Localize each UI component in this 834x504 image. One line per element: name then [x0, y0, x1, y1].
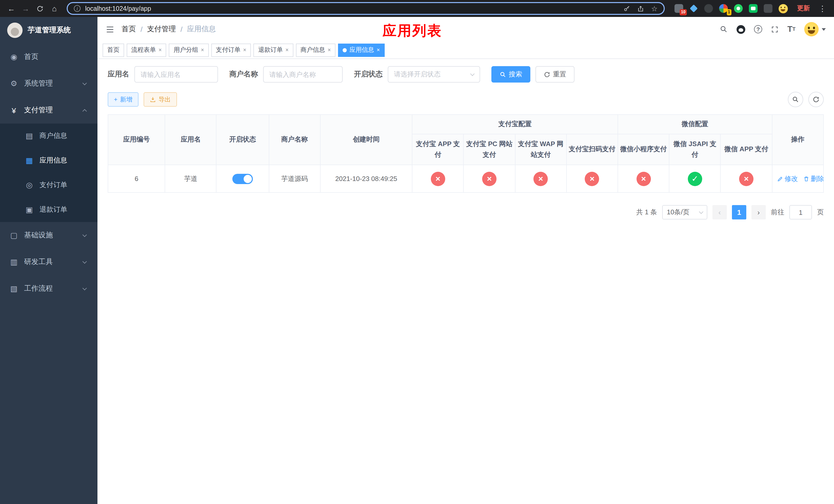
yen-icon: ¥ — [9, 106, 19, 115]
forward-button[interactable]: → — [20, 2, 32, 15]
sidebar-item-merchant-info[interactable]: ▤ 商户信息 — [0, 123, 97, 148]
breadcrumb-home[interactable]: 首页 — [122, 25, 136, 34]
sidebar-item-system[interactable]: ⚙ 系统管理 — [0, 70, 97, 97]
browser-window: ← → ⌂ i localhost:1024/pay/app ☆ 10 1 — [0, 0, 834, 504]
refresh-table-button[interactable] — [808, 92, 824, 107]
chevron-down-icon — [699, 209, 703, 214]
alipay-app-status-icon: × — [431, 171, 445, 186]
page-size-select[interactable]: 10条/页 — [662, 205, 707, 220]
collapse-sidebar-icon[interactable] — [106, 25, 114, 33]
extension-badge-alt: 1 — [727, 9, 731, 15]
group-alipay-config: 支付宝配置 — [412, 115, 618, 134]
dashboard-icon: ◉ — [9, 52, 19, 62]
header-actions: ? TT — [720, 22, 826, 37]
col-wechat-mini: 微信小程序支付 — [618, 134, 669, 165]
user-avatar[interactable] — [804, 22, 826, 37]
sidebar-item-pay-order[interactable]: ◎ 支付订单 — [0, 173, 97, 198]
goto-page-input[interactable] — [789, 205, 812, 220]
extension-chat-icon[interactable] — [748, 4, 758, 13]
password-key-icon[interactable] — [623, 5, 631, 12]
tab-pay-order[interactable]: 支付订单 × — [211, 43, 251, 56]
export-button[interactable]: 导出 — [144, 92, 177, 107]
app-name-label: 应用名 — [108, 70, 129, 79]
page-content: 应用名 商户名称 开启状态 请选择开启状态 — [97, 59, 834, 504]
status-label: 开启状态 — [354, 70, 382, 79]
avatar-emoji-icon — [804, 22, 819, 37]
page-number-button[interactable]: 1 — [732, 205, 746, 220]
sidebar-item-workflow[interactable]: ▧ 工作流程 — [0, 275, 97, 302]
tab-app-info[interactable]: 应用信息 × — [338, 43, 385, 56]
help-icon[interactable]: ? — [754, 25, 762, 33]
alipay-wap-status-icon: × — [533, 171, 548, 186]
sidebar-item-infrastructure[interactable]: ▢ 基础设施 — [0, 222, 97, 249]
site-info-icon[interactable]: i — [74, 5, 81, 12]
reload-button[interactable] — [34, 2, 46, 15]
close-icon[interactable]: × — [376, 47, 380, 53]
github-icon[interactable] — [737, 25, 745, 33]
prev-page-button[interactable]: ‹ — [712, 205, 727, 220]
tab-process-form[interactable]: 流程表单 × — [127, 43, 167, 56]
search-icon[interactable] — [720, 25, 728, 33]
reset-button[interactable]: 重置 — [535, 66, 574, 83]
app-name-input[interactable] — [134, 66, 218, 83]
col-wechat-jsapi: 微信 JSAPI 支付 — [669, 134, 720, 165]
tab-user-group[interactable]: 用户分组 × — [169, 43, 209, 56]
close-icon[interactable]: × — [243, 47, 246, 53]
wechat-app-status-icon: × — [739, 171, 753, 186]
close-icon[interactable]: × — [328, 47, 331, 53]
gear-icon: ⚙ — [9, 79, 19, 88]
home-button[interactable]: ⌂ — [48, 2, 61, 15]
status-toggle[interactable] — [232, 174, 253, 184]
sidebar-item-payment[interactable]: ¥ 支付管理 — [0, 97, 97, 123]
close-icon[interactable]: × — [285, 47, 289, 53]
extension-gem-icon[interactable] — [689, 4, 699, 13]
search-button[interactable]: 搜索 — [491, 66, 530, 83]
pagination: 共 1 条 10条/页 ‹ 1 › 前往 页 — [108, 205, 824, 220]
delete-link[interactable]: 删除 — [803, 174, 824, 183]
sidebar-item-devtools[interactable]: ▥ 研发工具 — [0, 249, 97, 275]
font-size-icon[interactable]: TT — [787, 25, 795, 33]
extension-colorful-icon[interactable]: 1 — [719, 4, 728, 13]
extension-icon[interactable]: 10 — [674, 4, 684, 13]
extension-green-circle-icon[interactable] — [733, 4, 743, 13]
fullscreen-icon[interactable] — [771, 25, 778, 33]
tab-merchant-info[interactable]: 商户信息 × — [296, 43, 336, 56]
tab-refund-order[interactable]: 退款订单 × — [254, 43, 293, 56]
toggle-search-button[interactable] — [788, 92, 803, 107]
extension-dark-icon[interactable] — [704, 4, 714, 13]
sidebar-item-home[interactable]: ◉ 首页 — [0, 44, 97, 70]
share-icon[interactable] — [637, 5, 644, 12]
group-wechat-config: 微信配置 — [618, 115, 772, 134]
sidebar-item-app-info[interactable]: ▦ 应用信息 — [0, 148, 97, 173]
total-count: 共 1 条 — [636, 208, 657, 217]
chevron-down-icon — [83, 286, 87, 290]
url-bar[interactable]: i localhost:1024/pay/app ☆ — [67, 2, 665, 15]
breadcrumb-payment[interactable]: 支付管理 — [147, 25, 176, 34]
col-alipay-pc: 支付宝 PC 网站支付 — [464, 134, 515, 165]
col-wechat-app: 微信 APP 支付 — [721, 134, 772, 165]
wechat-mini-status-icon: × — [636, 171, 651, 186]
payment-submenu: ▤ 商户信息 ▦ 应用信息 ◎ 支付订单 ▣ 退款订单 — [0, 123, 97, 222]
edit-link[interactable]: 修改 — [777, 174, 798, 183]
merchant-name-input[interactable] — [263, 66, 343, 83]
chrome-update-button[interactable]: 更新 — [793, 3, 814, 14]
bookmark-star-icon[interactable]: ☆ — [651, 5, 658, 12]
sidebar-item-refund-order[interactable]: ▣ 退款订单 — [0, 198, 97, 222]
tab-home[interactable]: 首页 — [103, 43, 124, 56]
next-page-button[interactable]: › — [751, 205, 766, 220]
close-icon[interactable]: × — [201, 47, 204, 53]
infrastructure-icon: ▢ — [9, 231, 19, 240]
close-icon[interactable]: × — [158, 47, 162, 53]
add-button[interactable]: + 新增 — [108, 92, 138, 107]
profile-avatar-icon[interactable] — [778, 4, 788, 13]
extension-pin-icon[interactable] — [763, 4, 773, 13]
col-actions: 操作 — [772, 115, 824, 165]
app-logo[interactable]: 芋道管理系统 — [0, 17, 97, 44]
status-select[interactable]: 请选择开启状态 — [388, 66, 480, 83]
browser-menu-icon[interactable]: ⋮ — [816, 4, 829, 13]
back-button[interactable]: ← — [5, 2, 18, 15]
edit-pencil-icon — [777, 176, 783, 182]
tags-view: 首页 流程表单 × 用户分组 × 支付订单 × 退款订单 × — [97, 42, 834, 59]
alipay-qr-status-icon: × — [585, 171, 599, 186]
sidebar: 芋道管理系统 ◉ 首页 ⚙ 系统管理 ¥ 支付管理 — [0, 17, 97, 504]
